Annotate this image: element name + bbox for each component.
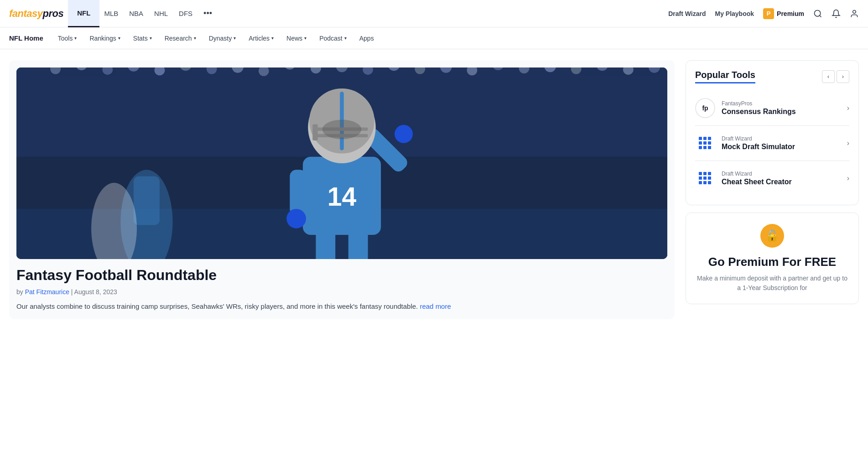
tool-info: FantasyPros Consensus Rankings [722, 100, 796, 116]
tool-left: Draft Wizard Cheat Sheet Creator [695, 168, 792, 188]
by-label: by [16, 288, 23, 296]
svg-point-61 [286, 209, 306, 228]
cheat-sheet-creator-tool[interactable]: Draft Wizard Cheat Sheet Creator › [695, 161, 849, 196]
top-navigation: fantasypros NFL MLB NBA NHL DFS ••• Draf… [0, 0, 868, 27]
top-nav-right: Draft Wizard My Playbook P Premium [668, 8, 859, 19]
svg-rect-69 [312, 124, 317, 140]
tool-name: Mock Draft Simulator [722, 143, 795, 151]
left-content: FEATURED [9, 60, 675, 319]
more-button[interactable]: ••• [203, 9, 212, 18]
tools-chevron-icon: ▾ [74, 36, 77, 41]
articles-nav-item[interactable]: Articles ▾ [243, 27, 279, 49]
research-chevron-icon: ▾ [194, 36, 196, 41]
nav-arrows: ‹ › [822, 70, 849, 83]
logo-pros: pros [43, 8, 64, 19]
nfl-tab[interactable]: NFL [68, 0, 99, 27]
premium-button[interactable]: P Premium [763, 8, 804, 19]
podcast-chevron-icon: ▾ [344, 36, 347, 41]
nhl-link[interactable]: NHL [154, 10, 168, 17]
popular-tools-header: Popular Tools ‹ › [695, 70, 849, 83]
nfl-home-link[interactable]: NFL Home [9, 34, 43, 42]
tool-name: Cheat Sheet Creator [722, 178, 792, 186]
premium-lock-icon: 🔓 [760, 224, 784, 248]
prev-arrow-button[interactable]: ‹ [822, 70, 835, 83]
tool-arrow-icon: › [847, 139, 849, 147]
read-more-link[interactable]: read more [420, 302, 451, 310]
stats-chevron-icon: ▾ [150, 36, 152, 41]
article-title: Fantasy Football Roundtable [16, 266, 667, 284]
user-icon [850, 9, 859, 18]
premium-icon: P [763, 8, 774, 19]
draft-wizard-link[interactable]: Draft Wizard [668, 10, 706, 17]
article-date: August 8, 2023 [74, 288, 117, 296]
grid-icon [699, 172, 712, 185]
mlb-link[interactable]: MLB [104, 10, 118, 17]
account-button[interactable] [850, 9, 859, 18]
consensus-rankings-tool[interactable]: fp FantasyPros Consensus Rankings › [695, 91, 849, 126]
stats-nav-item[interactable]: Stats ▾ [128, 27, 157, 49]
apps-nav-item[interactable]: Apps [354, 27, 379, 49]
player-illustration: 14 [16, 67, 667, 259]
grid-icon [699, 137, 712, 150]
premium-label: Premium [777, 10, 804, 17]
fantasypros-icon: fp [695, 98, 715, 118]
tool-left: fp FantasyPros Consensus Rankings [695, 98, 796, 118]
article-excerpt: Our analysts combine to discuss training… [16, 301, 667, 312]
notifications-button[interactable] [832, 9, 841, 18]
svg-text:14: 14 [327, 182, 357, 211]
tool-arrow-icon: › [847, 174, 849, 182]
author-link[interactable]: Pat Fitzmaurice [25, 288, 69, 296]
tools-nav-item[interactable]: Tools ▾ [52, 27, 83, 49]
news-nav-item[interactable]: News ▾ [281, 27, 312, 49]
cheat-sheet-icon [695, 168, 715, 188]
svg-point-70 [322, 119, 362, 139]
svg-point-62 [395, 125, 413, 143]
article-meta: by Pat Fitzmaurice | August 8, 2023 [16, 288, 667, 296]
next-arrow-button[interactable]: › [837, 70, 849, 83]
tool-name: Consensus Rankings [722, 108, 796, 116]
mock-draft-simulator-tool[interactable]: Draft Wizard Mock Draft Simulator › [695, 126, 849, 161]
news-chevron-icon: ▾ [304, 36, 307, 41]
podcast-nav-item[interactable]: Podcast ▾ [314, 27, 352, 49]
premium-card: 🔓 Go Premium For FREE Make a minimum dep… [686, 213, 859, 304]
top-nav-links: MLB NBA NHL DFS ••• [104, 9, 212, 18]
svg-point-1 [853, 10, 856, 13]
logo-fantasy: fantasy [9, 8, 43, 19]
premium-subtitle: Make a minimum deposit with a partner an… [697, 274, 847, 293]
my-playbook-link[interactable]: My Playbook [715, 10, 754, 17]
right-sidebar: Popular Tools ‹ › fp FantasyPros Consens… [686, 60, 859, 319]
dfs-link[interactable]: DFS [179, 10, 192, 17]
search-button[interactable] [813, 9, 822, 18]
draft-wizard-icon [695, 133, 715, 153]
meta-separator: | [71, 288, 73, 296]
tool-category: Draft Wizard [722, 135, 795, 142]
rankings-chevron-icon: ▾ [118, 36, 120, 41]
svg-point-0 [815, 10, 821, 16]
secondary-navigation: NFL Home Tools ▾ Rankings ▾ Stats ▾ Rese… [0, 27, 868, 49]
tool-info: Draft Wizard Mock Draft Simulator [722, 135, 795, 151]
research-nav-item[interactable]: Research ▾ [159, 27, 202, 49]
article-image: FEATURED [16, 67, 667, 259]
tool-category: Draft Wizard [722, 171, 792, 177]
dynasty-nav-item[interactable]: Dynasty ▾ [203, 27, 242, 49]
popular-tools-title: Popular Tools [695, 70, 755, 83]
tools-section: Popular Tools ‹ › fp FantasyPros Consens… [686, 60, 859, 205]
svg-rect-60 [290, 170, 306, 215]
tool-arrow-icon: › [847, 104, 849, 112]
featured-article-card: FEATURED [9, 60, 675, 319]
articles-chevron-icon: ▾ [271, 36, 274, 41]
premium-title: Go Premium For FREE [697, 255, 847, 269]
main-content: FEATURED [0, 49, 868, 330]
search-icon [813, 9, 822, 18]
tool-info: Draft Wizard Cheat Sheet Creator [722, 171, 792, 186]
logo[interactable]: fantasypros [9, 8, 63, 20]
tool-category: FantasyPros [722, 100, 796, 107]
svg-rect-72 [134, 176, 160, 225]
dynasty-chevron-icon: ▾ [234, 36, 236, 41]
nba-link[interactable]: NBA [129, 10, 143, 17]
rankings-nav-item[interactable]: Rankings ▾ [84, 27, 125, 49]
tool-left: Draft Wizard Mock Draft Simulator [695, 133, 795, 153]
bell-icon [832, 9, 841, 18]
